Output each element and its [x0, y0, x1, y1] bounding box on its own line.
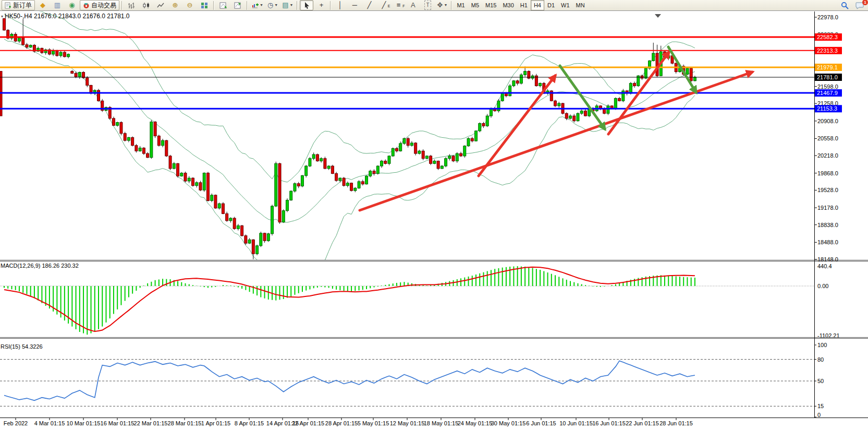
vline-button[interactable]: │	[333, 0, 347, 10]
periods-button[interactable]: ◷▼	[266, 0, 279, 10]
candle	[59, 52, 62, 56]
candle	[520, 75, 522, 83]
rsi-indicator-label: RSI(15) 54.3226	[1, 343, 43, 350]
bars-icon	[128, 2, 136, 9]
trendline-button[interactable]: ╱	[362, 0, 376, 10]
time-tick-label: 10 Mar 01:15	[67, 420, 101, 426]
time-tick-label: 8 Apr 01:15	[235, 420, 264, 426]
rsi-tick-label: 100	[817, 342, 827, 348]
candle	[67, 54, 70, 57]
candle	[150, 122, 153, 158]
line-chart-button[interactable]	[154, 0, 167, 10]
candle	[263, 233, 266, 241]
new-chart-button[interactable]: ◆	[36, 0, 50, 10]
candle	[312, 154, 315, 159]
candle	[381, 161, 383, 166]
channel-button[interactable]: ╱E	[377, 0, 390, 10]
timeframe-button-mn[interactable]: MN	[573, 0, 588, 10]
timeframe-button-w1[interactable]: W1	[558, 0, 573, 10]
time-tick-label: 6 Jun 01:15	[526, 420, 556, 426]
candle	[524, 72, 527, 75]
new-order-button[interactable]: 新订单	[2, 0, 35, 10]
candles-chart-button[interactable]	[139, 0, 153, 10]
candle	[135, 146, 138, 151]
time-tick-label: Feb 2022	[4, 420, 28, 426]
candle	[384, 161, 387, 164]
price-tick-label: 22978.0	[817, 14, 838, 20]
timeframe-button-m30[interactable]: M30	[499, 0, 517, 10]
timeframe-button-h1[interactable]: H1	[517, 0, 531, 10]
auto-arrange-button[interactable]	[216, 0, 230, 10]
candle	[116, 123, 119, 126]
search-button[interactable]	[838, 0, 852, 10]
chart-canvas[interactable]: 22978.022638.022288.021948.021598.021258…	[0, 0, 868, 429]
arrows-button[interactable]: ✥▼	[435, 0, 449, 10]
candle	[441, 166, 443, 169]
autotrading-button[interactable]: 自动交易	[80, 0, 119, 10]
candle	[501, 93, 504, 101]
candle	[324, 159, 326, 169]
candle	[693, 77, 696, 81]
text-button[interactable]: A	[406, 0, 420, 10]
crosshair-button[interactable]: +	[314, 0, 328, 10]
candle	[256, 246, 259, 254]
signals-button[interactable]: ◉	[65, 0, 79, 10]
candles-icon	[142, 2, 150, 9]
candle	[395, 149, 398, 151]
candle	[195, 183, 198, 186]
candle	[71, 72, 74, 74]
tile-windows-button[interactable]	[198, 0, 211, 10]
candle	[56, 51, 58, 56]
candle	[237, 225, 239, 229]
candle	[509, 86, 511, 96]
candle	[490, 109, 492, 116]
autotrade-icon	[83, 2, 90, 9]
fibo-button[interactable]: ≡F	[392, 0, 405, 10]
templates-button[interactable]: ▤▼	[280, 0, 295, 10]
candle	[177, 163, 179, 176]
chart-shift-button[interactable]	[231, 0, 244, 10]
label-button[interactable]: T	[421, 0, 434, 10]
candle	[460, 153, 462, 156]
hline-button[interactable]: ─	[348, 0, 361, 10]
price-badge-label: 21467.9	[817, 90, 838, 96]
chevron-down-icon: ▼	[444, 1, 447, 9]
timeframe-button-m1[interactable]: M1	[454, 0, 468, 10]
candle	[584, 111, 586, 116]
time-axis[interactable]: Feb 20224 Mar 01:1510 Mar 01:1516 Mar 01…	[4, 418, 693, 426]
candle	[146, 153, 149, 158]
time-tick-label: 30 May 01:15	[491, 420, 526, 426]
candle	[131, 137, 134, 145]
cursor-button[interactable]	[300, 0, 313, 10]
autotrading-button-label: 自动交易	[91, 1, 116, 9]
timeframe-button-h4[interactable]: H4	[531, 0, 544, 10]
candle	[452, 156, 455, 161]
toolbar-separator	[213, 1, 214, 10]
profiles-button[interactable]: ▥	[51, 0, 64, 10]
time-tick-label: 22 Apr 01:15	[292, 420, 324, 426]
candle	[316, 154, 319, 161]
timeframe-button-d1[interactable]: D1	[544, 0, 558, 10]
candle	[309, 159, 311, 166]
zoom-out-button[interactable]: ⊖	[183, 0, 197, 10]
candle	[361, 182, 364, 184]
candle	[475, 131, 478, 141]
candle	[403, 138, 406, 144]
zoom-in-button[interactable]: ⊕	[168, 0, 182, 10]
price-badge-label: 22313.3	[817, 47, 838, 54]
bars-chart-button[interactable]	[125, 0, 138, 10]
candle	[226, 213, 228, 220]
macd-indicator-label: MACD(12,26,9) 186.26 230.32	[1, 263, 79, 269]
timeframe-button-m5[interactable]: M5	[468, 0, 482, 10]
price-tick-label: 18838.0	[817, 222, 838, 228]
candle	[331, 166, 334, 173]
time-tick-label: 16 Jun 01:15	[592, 420, 626, 426]
candle	[203, 173, 205, 190]
candle	[463, 146, 466, 156]
rsi-tick-label: 50	[817, 378, 824, 384]
candle	[565, 113, 568, 118]
timeframe-button-m15[interactable]: M15	[482, 0, 499, 10]
chat-button[interactable]: 1	[853, 0, 866, 10]
indicators-button[interactable]: ▼	[250, 0, 265, 10]
candle	[184, 173, 187, 181]
